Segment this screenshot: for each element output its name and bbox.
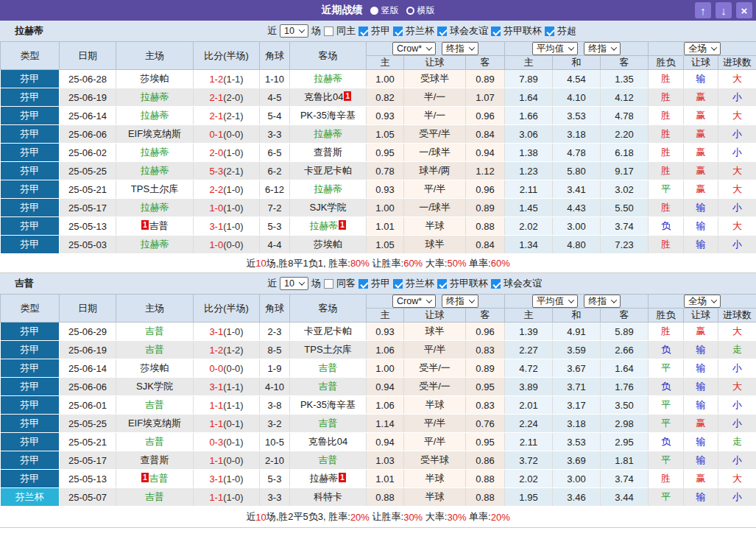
home-team-cell: 莎埃帕 xyxy=(116,70,194,88)
league-checkbox-3[interactable] xyxy=(491,27,501,36)
league-checkbox-1[interactable] xyxy=(393,279,403,289)
chevron-down-icon xyxy=(711,44,717,50)
result-goals-cell: 大 xyxy=(718,70,756,88)
avg-stage-select-value: 终指 xyxy=(588,43,607,55)
team-label: 莎埃帕 xyxy=(314,239,342,250)
team-label: 拉赫蒂 xyxy=(141,165,169,176)
summary-text: 单率: xyxy=(466,510,490,524)
recent-count-select[interactable]: 10 xyxy=(280,277,308,290)
date-cell: 25-05-21 xyxy=(60,433,116,451)
filter-bar: 近10场同客芬甲芬兰杯芬甲联杯球会友谊 xyxy=(267,277,542,290)
home-team-cell: EIF埃克纳斯 xyxy=(116,125,194,144)
result-handicap-cell: 赢 xyxy=(684,107,718,125)
team-label: 吉普 xyxy=(149,473,169,484)
avg-draw-cell: 3.41 xyxy=(553,180,601,199)
result-handicap-cell: 输 xyxy=(684,451,718,470)
same-venue-label: 同客 xyxy=(336,277,356,290)
summary-row: 近10场,胜2平5负3, 胜率:20% 让胜率:30% 大率:30% 单率:20… xyxy=(0,507,756,528)
corners-cell: 3-2 xyxy=(260,415,290,433)
fulltime-score: 5-3 xyxy=(209,166,223,177)
league-checkbox-0[interactable] xyxy=(358,27,368,36)
avg-draw-cell: 4.78 xyxy=(553,144,601,162)
scope-select[interactable]: 全场 xyxy=(684,42,721,55)
league-checkbox-0[interactable] xyxy=(358,279,368,289)
fulltime-score: 1-2 xyxy=(209,74,223,85)
team-label: 莎埃帕 xyxy=(141,362,169,373)
same-venue-checkbox[interactable] xyxy=(324,279,333,289)
scope-select[interactable]: 全场 xyxy=(684,295,721,308)
summary-text: 10 xyxy=(255,512,266,523)
bookmaker-select[interactable]: Crow* xyxy=(392,295,436,308)
avg-home-cell: 1.45 xyxy=(505,199,553,217)
league-checkbox-3[interactable] xyxy=(491,279,501,289)
avg-home-cell: 2.11 xyxy=(505,433,553,451)
result-goals-cell: 小 xyxy=(718,199,756,217)
away-team-cell: 拉赫蒂 xyxy=(290,70,367,88)
odds-stage-select[interactable]: 终指 xyxy=(442,42,478,55)
avg-home-cell: 2.01 xyxy=(505,396,553,415)
score-cell: 1-2(1-2) xyxy=(194,341,260,359)
summary-text: 单率: xyxy=(466,257,490,270)
average-select[interactable]: 平均值 xyxy=(532,295,579,308)
score-cell: 3-1(1-1) xyxy=(194,378,260,396)
result-goals-cell: 走 xyxy=(718,433,756,451)
home-team-cell: 拉赫蒂 xyxy=(116,144,194,162)
fulltime-score: 1-1 xyxy=(209,400,223,411)
team-section-2: 吉普近10场同客芬甲芬兰杯芬甲联杯球会友谊类型日期主场比分(半场)角球客场Cro… xyxy=(0,273,756,528)
handicap-cell: 球半 xyxy=(404,236,466,254)
layout-radio-horizontal[interactable]: 横版 xyxy=(406,4,435,17)
odds-home-cell: 1.06 xyxy=(367,396,404,415)
team-label: 拉赫蒂 xyxy=(314,73,342,84)
avg-away-cell: 1.64 xyxy=(601,359,649,378)
league-cell: 芬甲 xyxy=(1,162,60,180)
close-button[interactable]: × xyxy=(736,2,752,18)
avg-stage-select[interactable]: 终指 xyxy=(584,295,621,308)
league-checkbox-2[interactable] xyxy=(437,279,447,289)
halftime-score: (0-1) xyxy=(223,437,243,448)
result-handicap-cell: 赢 xyxy=(684,323,718,341)
avg-draw-cell: 3.46 xyxy=(553,488,601,507)
result-goals-cell: 走 xyxy=(718,341,756,359)
column-header: 客 xyxy=(466,309,505,323)
move-up-button[interactable]: ↑ xyxy=(695,2,711,18)
league-checkbox-2[interactable] xyxy=(437,27,447,36)
average-select-value: 平均值 xyxy=(537,295,565,308)
league-cell: 芬甲 xyxy=(1,359,60,378)
move-down-button[interactable]: ↓ xyxy=(716,2,732,18)
home-team-cell: 莎埃帕 xyxy=(116,359,194,378)
column-header: 和 xyxy=(553,309,601,323)
corners-cell: 3-3 xyxy=(260,125,290,144)
odds-home-cell: 1.01 xyxy=(367,217,404,236)
bookmaker-select[interactable]: Crow* xyxy=(392,42,436,55)
avg-away-cell: 5.50 xyxy=(601,199,649,217)
halftime-score: (0-0) xyxy=(223,129,243,140)
league-checkbox-1[interactable] xyxy=(393,27,403,36)
result-handicap-cell: 输 xyxy=(684,70,718,88)
score-cell: 1-1(1-0) xyxy=(194,488,260,507)
corners-cell: 1-10 xyxy=(260,70,290,88)
avg-home-cell: 7.89 xyxy=(505,70,553,88)
summary-text: 60% xyxy=(491,258,510,269)
league-checkbox-4[interactable] xyxy=(545,27,554,36)
recent-count-select-value: 10 xyxy=(284,278,294,289)
scope-select-value: 全场 xyxy=(688,43,707,55)
score-cell: 2-1(2-1) xyxy=(194,107,260,125)
chevron-down-icon xyxy=(299,279,305,285)
window-buttons: ↑ ↓ × xyxy=(695,2,752,18)
away-team-cell: 吉普 xyxy=(290,451,367,470)
odds-stage-select[interactable]: 终指 xyxy=(442,295,478,308)
team-label: 拉赫蒂 xyxy=(141,202,169,213)
avg-stage-select[interactable]: 终指 xyxy=(584,42,621,55)
corners-cell: 2-3 xyxy=(260,323,290,341)
odds-away-cell: 0.96 xyxy=(466,107,505,125)
league-checkbox-label: 球会友谊 xyxy=(504,277,542,290)
average-select[interactable]: 平均值 xyxy=(532,42,579,55)
column-header: 让球 xyxy=(684,309,718,323)
rank-badge: 1 xyxy=(141,220,149,230)
same-venue-checkbox[interactable] xyxy=(324,27,333,36)
recent-count-select[interactable]: 10 xyxy=(280,24,308,38)
halftime-score: (1-0) xyxy=(223,147,243,158)
average-dropdown-group: 平均值终指 xyxy=(505,295,649,309)
fulltime-score: 1-1 xyxy=(209,492,223,503)
layout-radio-vertical[interactable]: 竖版 xyxy=(370,4,399,17)
